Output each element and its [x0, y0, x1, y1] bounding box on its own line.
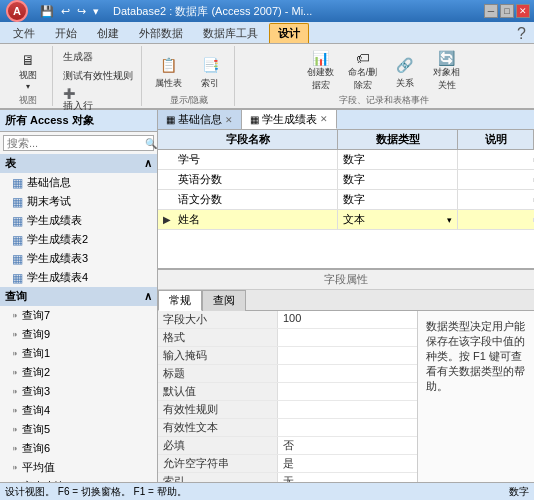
- field-properties: 字段属性 常规 查阅 字段大小 100 格式: [158, 270, 534, 482]
- prop-label-validrule: 有效性规则: [158, 401, 278, 418]
- prop-value-allowzero[interactable]: 是: [278, 455, 417, 472]
- grid-header: 字段名称 数据类型 说明: [158, 130, 534, 150]
- tab-create[interactable]: 创建: [88, 23, 128, 43]
- prop-row-format[interactable]: 格式: [158, 329, 417, 347]
- prop-value-fieldsize[interactable]: 100: [278, 311, 417, 328]
- object-tab-chengji[interactable]: ▦ 学生成绩表 ✕: [242, 110, 337, 129]
- close-jichu-tab[interactable]: ✕: [225, 115, 233, 125]
- cell-yuwen-type: 数字: [338, 190, 458, 209]
- prop-value-validtext[interactable]: [278, 419, 417, 436]
- search-icon: 🔍: [145, 138, 157, 149]
- tab-general[interactable]: 常规: [158, 290, 202, 311]
- minimize-button[interactable]: ─: [484, 4, 498, 18]
- redo-quick-btn[interactable]: ↪: [75, 4, 88, 19]
- create-macro-button[interactable]: 📊 创建数据宏: [301, 48, 341, 94]
- generate-button[interactable]: 生成器: [59, 48, 137, 66]
- queries-collapse-icon: ∧: [144, 290, 152, 303]
- prop-value-index[interactable]: 无: [278, 473, 417, 482]
- test-validity-button[interactable]: 测试有效性规则: [59, 67, 137, 85]
- prop-label-validtext: 有效性文本: [158, 419, 278, 436]
- search-input[interactable]: [7, 137, 145, 149]
- query-icon-2: ⁍: [12, 366, 18, 380]
- undo-quick-btn[interactable]: ↩: [59, 4, 72, 19]
- ribbon-group-relations: 📊 创建数据宏 🏷 命名/删除宏 🔗 关系 🔄 对象相关性 字段、记录和表格事件: [237, 46, 530, 106]
- prop-value-caption[interactable]: [278, 365, 417, 382]
- nav-item-query4[interactable]: ⁍ 查询4: [0, 401, 157, 420]
- maximize-button[interactable]: □: [500, 4, 514, 18]
- nav-item-jichu[interactable]: ▦ 基础信息: [0, 173, 157, 192]
- cell-xingming-type: 文本 ▾: [338, 210, 458, 229]
- nav-item-query2[interactable]: ⁍ 查询2: [0, 363, 157, 382]
- nav-item-chengjibiao[interactable]: ▦ 学生成绩表: [0, 211, 157, 230]
- tab-external[interactable]: 外部数据: [130, 23, 192, 43]
- nav-item-pingjunzhi[interactable]: ⁍ 平均值: [0, 458, 157, 477]
- generate-label: 生成器: [63, 50, 93, 64]
- prop-row-default[interactable]: 默认值: [158, 383, 417, 401]
- prop-row-inputmask[interactable]: 输入掩码: [158, 347, 417, 365]
- nav-item-query6[interactable]: ⁍ 查询6: [0, 439, 157, 458]
- status-bar: 设计视图。 F6 = 切换窗格。 F1 = 帮助。 数字: [0, 482, 534, 500]
- grid-body: 学号 数字 英语分数 数字: [158, 150, 534, 268]
- prop-value-required[interactable]: 否: [278, 437, 417, 454]
- tab-file[interactable]: 文件: [4, 23, 44, 43]
- tab-design[interactable]: 设计: [269, 23, 309, 43]
- prop-row-allowzero[interactable]: 允许空字符串 是: [158, 455, 417, 473]
- close-button[interactable]: ✕: [516, 4, 530, 18]
- prop-value-validrule[interactable]: [278, 401, 417, 418]
- query-icon-jiabiao: ⁍: [12, 480, 18, 483]
- table-icon-chengjibiao2: ▦: [12, 233, 23, 247]
- left-panel-header: 所有 Access 对象: [0, 110, 157, 132]
- prop-row-required[interactable]: 必填 否: [158, 437, 417, 455]
- prop-label-allowzero: 允许空字符串: [158, 455, 278, 472]
- title-bar-left: A 💾 ↩ ↪ ▾ Database2 : 数据库 (Access 2007) …: [4, 0, 312, 24]
- tab-lookup[interactable]: 查阅: [202, 290, 246, 311]
- index-button[interactable]: 📑 索引: [190, 48, 230, 94]
- nav-item-query3[interactable]: ⁍ 查询3: [0, 382, 157, 401]
- table-icon-chengjibiao: ▦: [12, 214, 23, 228]
- tab-dbtools[interactable]: 数据库工具: [194, 23, 267, 43]
- cell-xuehao-note: [458, 158, 534, 162]
- prop-row-validtext[interactable]: 有效性文本: [158, 419, 417, 437]
- prop-value-format[interactable]: [278, 329, 417, 346]
- nav-item-chengjibiao2[interactable]: ▦ 学生成绩表2: [0, 230, 157, 249]
- table-row[interactable]: 语文分数 数字: [158, 190, 534, 210]
- customize-quick-btn[interactable]: ▾: [91, 4, 101, 19]
- prop-row-fieldsize[interactable]: 字段大小 100: [158, 311, 417, 329]
- table-row[interactable]: 学号 数字: [158, 150, 534, 170]
- relations-button[interactable]: 🔗 关系: [385, 48, 425, 94]
- props-help: 数据类型决定用户能保存在该字段中值的种类。按 F1 键可查看有关数据类型的帮助。: [418, 311, 534, 482]
- prop-value-inputmask[interactable]: [278, 347, 417, 364]
- view-icon: 🖥: [16, 51, 40, 69]
- save-quick-btn[interactable]: 💾: [38, 4, 56, 19]
- insert-icon: ➕: [63, 88, 75, 99]
- nav-item-chengjibiao4[interactable]: ▦ 学生成绩表4: [0, 268, 157, 287]
- object-dependency-button[interactable]: 🔄 对象相关性: [427, 48, 467, 94]
- prop-label-required: 必填: [158, 437, 278, 454]
- datatype-dropdown-arrow[interactable]: ▾: [447, 215, 452, 225]
- table-row[interactable]: 英语分数 数字: [158, 170, 534, 190]
- close-chengji-tab[interactable]: ✕: [320, 114, 328, 124]
- view-button[interactable]: 🖥 视图 ▾: [8, 48, 48, 94]
- prop-row-index[interactable]: 索引 无: [158, 473, 417, 482]
- object-tab-jichu[interactable]: ▦ 基础信息 ✕: [158, 110, 242, 129]
- office-button[interactable]: A: [6, 0, 28, 22]
- nav-item-query1[interactable]: ⁍ 查询1: [0, 344, 157, 363]
- prop-row-caption[interactable]: 标题: [158, 365, 417, 383]
- help-icon[interactable]: ?: [513, 25, 530, 43]
- table-row-selected[interactable]: ▶ 姓名 文本 ▾: [158, 210, 534, 230]
- nav-item-jiabiaochaxun[interactable]: ⁍ 家表查询: [0, 477, 157, 482]
- ribbon-tab-bar: 文件 开始 创建 外部数据 数据库工具 设计 ?: [0, 22, 534, 44]
- nav-item-query9[interactable]: ⁍ 查询9: [0, 325, 157, 344]
- property-sheet-button[interactable]: 📋 属性表: [148, 48, 188, 94]
- queries-section-header[interactable]: 查询 ∧: [0, 287, 157, 306]
- prop-value-default[interactable]: [278, 383, 417, 400]
- nav-item-chengjibiao3[interactable]: ▦ 学生成绩表3: [0, 249, 157, 268]
- nav-item-query7[interactable]: ⁍ 查询7: [0, 306, 157, 325]
- tab-start[interactable]: 开始: [46, 23, 86, 43]
- nav-item-qimo[interactable]: ▦ 期末考试: [0, 192, 157, 211]
- nav-item-query5[interactable]: ⁍ 查询5: [0, 420, 157, 439]
- show-group-label: 显示/隐藏: [170, 94, 209, 107]
- tables-section-header[interactable]: 表 ∧: [0, 154, 157, 173]
- prop-row-validrule[interactable]: 有效性规则: [158, 401, 417, 419]
- rename-macro-button[interactable]: 🏷 命名/删除宏: [343, 48, 383, 94]
